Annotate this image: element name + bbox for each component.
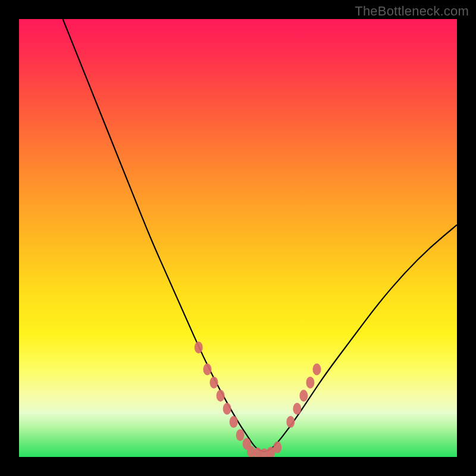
marker-dot (312, 364, 321, 375)
marker-dot (236, 429, 245, 441)
marker-dot (230, 416, 238, 428)
marker-dot (217, 390, 225, 402)
marker-dot (299, 390, 308, 402)
marker-dot (203, 364, 211, 375)
marker-dot (286, 416, 295, 428)
marker-dot (210, 377, 218, 389)
marker-group (195, 342, 321, 457)
marker-dot (223, 403, 231, 415)
marker-dot (273, 441, 281, 453)
marker-dot (195, 342, 203, 353)
marker-dot (306, 377, 314, 389)
marker-dot (293, 403, 301, 415)
chart-frame: TheBottleneck.com (0, 0, 476, 476)
plot-area (19, 19, 457, 457)
curve-group (63, 19, 457, 452)
bottleneck-curve (63, 19, 457, 452)
watermark-text: TheBottleneck.com (355, 4, 469, 19)
curve-layer (19, 19, 457, 457)
